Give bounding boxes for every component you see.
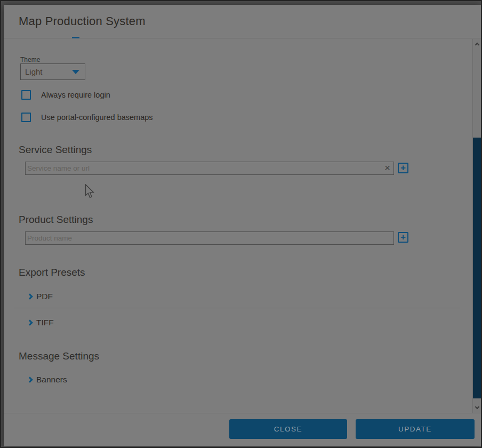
theme-label: Theme xyxy=(20,56,40,63)
dialog-scroll-content: Theme Light Always require login Use por… xyxy=(4,39,472,413)
screen: Map Production System Theme Light Always… xyxy=(0,0,482,448)
close-button[interactable]: CLOSE xyxy=(229,419,347,439)
service-name-input[interactable]: Service name or url × xyxy=(25,162,394,175)
checkbox-row-always-require-login: Always require login xyxy=(21,90,110,100)
dialog-footer: CLOSE UPDATE xyxy=(4,413,481,446)
message-settings-heading: Message Settings xyxy=(19,350,99,362)
plus-icon: + xyxy=(400,233,406,242)
scroll-up-button[interactable] xyxy=(473,39,481,49)
mouse-cursor xyxy=(85,184,94,198)
add-product-button[interactable]: + xyxy=(398,232,408,243)
checkbox-label: Use portal-configured basemaps xyxy=(41,113,153,122)
theme-select-value: Light xyxy=(25,67,43,76)
chevron-right-icon xyxy=(27,319,33,325)
scrollbar-thumb[interactable] xyxy=(473,138,481,398)
chevron-up-icon xyxy=(475,43,479,47)
dropdown-arrow-icon xyxy=(72,70,79,74)
chevron-right-icon xyxy=(27,377,33,382)
product-input-placeholder: Product name xyxy=(27,234,390,242)
product-name-input[interactable]: Product name xyxy=(25,231,394,245)
banners-row[interactable]: Banners xyxy=(28,371,67,388)
theme-select[interactable]: Light xyxy=(20,63,85,80)
clipped-scrolled-element xyxy=(72,37,79,38)
service-input-placeholder: Service name or url xyxy=(27,164,384,172)
portal-basemaps-checkbox[interactable] xyxy=(21,113,31,122)
dialog-header: Map Production System xyxy=(4,5,481,38)
chevron-right-icon xyxy=(27,293,33,299)
update-button[interactable]: UPDATE xyxy=(356,419,475,439)
vertical-scrollbar[interactable] xyxy=(472,39,481,413)
chevron-down-icon xyxy=(475,405,479,409)
service-settings-heading: Service Settings xyxy=(19,144,92,156)
export-preset-label: TIFF xyxy=(36,318,54,327)
map-production-system-dialog: Map Production System Theme Light Always… xyxy=(4,5,481,446)
clear-input-icon[interactable]: × xyxy=(384,163,390,173)
scroll-down-button[interactable] xyxy=(473,403,481,413)
dialog-title: Map Production System xyxy=(19,14,146,28)
plus-icon: + xyxy=(400,163,406,172)
export-preset-pdf-row[interactable]: PDF xyxy=(28,288,53,305)
banners-label: Banners xyxy=(36,375,67,385)
always-require-login-checkbox[interactable] xyxy=(21,90,31,100)
row-divider xyxy=(14,308,460,308)
export-presets-heading: Export Presets xyxy=(19,267,85,278)
checkbox-label: Always require login xyxy=(41,91,110,99)
checkbox-row-portal-basemaps: Use portal-configured basemaps xyxy=(21,112,153,122)
export-preset-tiff-row[interactable]: TIFF xyxy=(28,314,54,331)
add-service-button[interactable]: + xyxy=(398,163,408,173)
export-preset-label: PDF xyxy=(36,292,53,301)
product-settings-heading: Product Settings xyxy=(19,214,93,226)
